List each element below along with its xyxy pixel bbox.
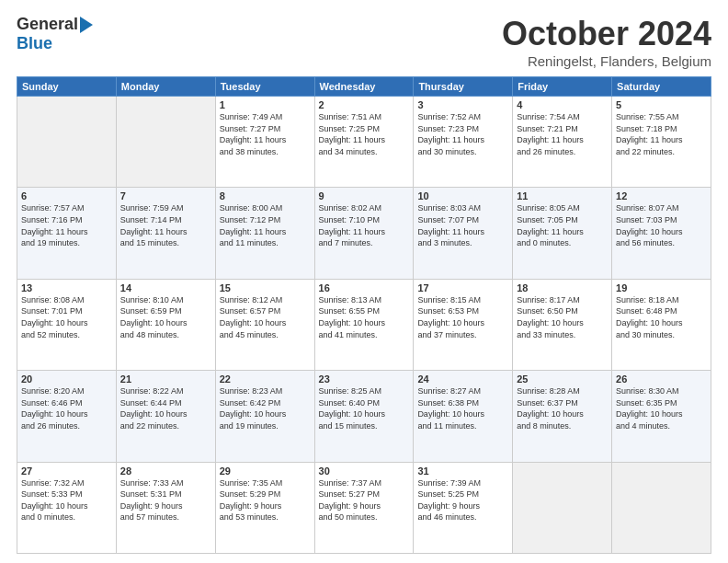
day-info: Sunrise: 8:23 AM Sunset: 6:42 PM Dayligh… [220,385,311,431]
day-number: 11 [517,190,608,201]
day-number: 28 [120,465,211,477]
calendar-cell: 7Sunrise: 7:59 AM Sunset: 7:14 PM Daylig… [116,188,215,279]
day-number: 22 [220,373,311,385]
calendar-cell: 25Sunrise: 8:28 AM Sunset: 6:37 PM Dayli… [513,371,612,462]
calendar-cell: 14Sunrise: 8:10 AM Sunset: 6:59 PM Dayli… [116,279,215,370]
day-info: Sunrise: 8:13 AM Sunset: 6:55 PM Dayligh… [319,294,410,340]
day-number: 16 [319,282,410,293]
day-number: 29 [220,465,311,477]
calendar-cell: 18Sunrise: 8:17 AM Sunset: 6:50 PM Dayli… [513,279,612,370]
header: General Blue October 2024 Reningelst, Fl… [17,15,711,69]
day-info: Sunrise: 7:37 AM Sunset: 5:27 PM Dayligh… [319,477,410,523]
day-number: 30 [319,465,410,477]
calendar-cell: 27Sunrise: 7:32 AM Sunset: 5:33 PM Dayli… [17,462,117,553]
day-number: 12 [616,190,707,201]
calendar-cell: 11Sunrise: 8:05 AM Sunset: 7:05 PM Dayli… [513,188,612,279]
header-monday: Monday [116,77,215,97]
day-info: Sunrise: 8:25 AM Sunset: 6:40 PM Dayligh… [319,385,410,431]
day-number: 19 [616,282,707,293]
day-info: Sunrise: 7:32 AM Sunset: 5:33 PM Dayligh… [21,477,112,523]
day-info: Sunrise: 7:57 AM Sunset: 7:16 PM Dayligh… [21,202,112,248]
logo: General Blue [17,15,93,53]
day-number: 5 [616,99,707,110]
calendar-cell [612,462,711,553]
day-info: Sunrise: 7:35 AM Sunset: 5:29 PM Dayligh… [220,477,311,523]
day-number: 23 [319,373,410,385]
day-info: Sunrise: 8:05 AM Sunset: 7:05 PM Dayligh… [517,202,608,248]
header-tuesday: Tuesday [215,77,314,97]
location: Reningelst, Flanders, Belgium [502,53,711,69]
page: General Blue October 2024 Reningelst, Fl… [0,0,728,563]
calendar-cell: 17Sunrise: 8:15 AM Sunset: 6:53 PM Dayli… [414,279,513,370]
day-number: 2 [319,99,410,110]
day-info: Sunrise: 7:51 AM Sunset: 7:25 PM Dayligh… [319,111,410,157]
day-number: 26 [616,373,707,385]
calendar-header-row: Sunday Monday Tuesday Wednesday Thursday… [17,77,711,97]
header-sunday: Sunday [17,77,117,97]
day-number: 17 [417,282,508,293]
day-number: 31 [417,465,508,477]
day-info: Sunrise: 8:15 AM Sunset: 6:53 PM Dayligh… [417,294,508,340]
day-info: Sunrise: 8:18 AM Sunset: 6:48 PM Dayligh… [616,294,707,340]
day-info: Sunrise: 8:10 AM Sunset: 6:59 PM Dayligh… [120,294,211,340]
day-info: Sunrise: 8:28 AM Sunset: 6:37 PM Dayligh… [517,385,608,431]
calendar-cell [116,97,215,188]
day-number: 8 [220,190,311,201]
calendar-cell: 19Sunrise: 8:18 AM Sunset: 6:48 PM Dayli… [612,279,711,370]
header-saturday: Saturday [612,77,711,97]
calendar-cell: 3Sunrise: 7:52 AM Sunset: 7:23 PM Daylig… [414,97,513,188]
day-number: 7 [120,190,211,201]
day-info: Sunrise: 8:22 AM Sunset: 6:44 PM Dayligh… [120,385,211,431]
day-number: 25 [517,373,608,385]
calendar-week-1: 1Sunrise: 7:49 AM Sunset: 7:27 PM Daylig… [17,97,711,188]
calendar-cell: 9Sunrise: 8:02 AM Sunset: 7:10 PM Daylig… [314,188,414,279]
day-info: Sunrise: 8:20 AM Sunset: 6:46 PM Dayligh… [21,385,112,431]
day-info: Sunrise: 8:08 AM Sunset: 7:01 PM Dayligh… [21,294,112,340]
logo-blue-text: Blue [17,34,52,53]
day-info: Sunrise: 7:33 AM Sunset: 5:31 PM Dayligh… [120,477,211,523]
day-number: 3 [417,99,508,110]
calendar-cell: 29Sunrise: 7:35 AM Sunset: 5:29 PM Dayli… [215,462,314,553]
calendar-cell: 21Sunrise: 8:22 AM Sunset: 6:44 PM Dayli… [116,371,215,462]
calendar-cell: 5Sunrise: 7:55 AM Sunset: 7:18 PM Daylig… [612,97,711,188]
logo-general-text: General [17,15,78,34]
calendar-cell: 30Sunrise: 7:37 AM Sunset: 5:27 PM Dayli… [314,462,414,553]
day-info: Sunrise: 8:03 AM Sunset: 7:07 PM Dayligh… [417,202,508,248]
day-info: Sunrise: 7:54 AM Sunset: 7:21 PM Dayligh… [517,111,608,157]
day-number: 9 [319,190,410,201]
calendar-table: Sunday Monday Tuesday Wednesday Thursday… [17,76,711,554]
logo-arrow-icon [80,17,93,33]
calendar-cell [513,462,612,553]
logo-text: General [17,15,93,34]
calendar-cell: 24Sunrise: 8:27 AM Sunset: 6:38 PM Dayli… [414,371,513,462]
day-number: 24 [417,373,508,385]
calendar-week-4: 20Sunrise: 8:20 AM Sunset: 6:46 PM Dayli… [17,371,711,462]
day-number: 13 [21,282,112,293]
day-info: Sunrise: 8:00 AM Sunset: 7:12 PM Dayligh… [220,202,311,248]
calendar-cell: 13Sunrise: 8:08 AM Sunset: 7:01 PM Dayli… [17,279,117,370]
calendar-cell: 23Sunrise: 8:25 AM Sunset: 6:40 PM Dayli… [314,371,414,462]
day-number: 18 [517,282,608,293]
day-info: Sunrise: 7:52 AM Sunset: 7:23 PM Dayligh… [417,111,508,157]
calendar-cell [17,97,117,188]
month-title: October 2024 [502,15,711,53]
calendar-cell: 8Sunrise: 8:00 AM Sunset: 7:12 PM Daylig… [215,188,314,279]
calendar-week-3: 13Sunrise: 8:08 AM Sunset: 7:01 PM Dayli… [17,279,711,370]
calendar-cell: 22Sunrise: 8:23 AM Sunset: 6:42 PM Dayli… [215,371,314,462]
calendar-cell: 12Sunrise: 8:07 AM Sunset: 7:03 PM Dayli… [612,188,711,279]
calendar-cell: 4Sunrise: 7:54 AM Sunset: 7:21 PM Daylig… [513,97,612,188]
day-info: Sunrise: 7:49 AM Sunset: 7:27 PM Dayligh… [220,111,311,157]
day-info: Sunrise: 8:27 AM Sunset: 6:38 PM Dayligh… [417,385,508,431]
day-number: 27 [21,465,112,477]
header-wednesday: Wednesday [314,77,414,97]
calendar-cell: 28Sunrise: 7:33 AM Sunset: 5:31 PM Dayli… [116,462,215,553]
day-info: Sunrise: 8:07 AM Sunset: 7:03 PM Dayligh… [616,202,707,248]
day-number: 4 [517,99,608,110]
day-number: 21 [120,373,211,385]
calendar-cell: 26Sunrise: 8:30 AM Sunset: 6:35 PM Dayli… [612,371,711,462]
calendar-week-2: 6Sunrise: 7:57 AM Sunset: 7:16 PM Daylig… [17,188,711,279]
day-number: 20 [21,373,112,385]
day-number: 10 [417,190,508,201]
day-number: 1 [220,99,311,110]
calendar-cell: 6Sunrise: 7:57 AM Sunset: 7:16 PM Daylig… [17,188,117,279]
